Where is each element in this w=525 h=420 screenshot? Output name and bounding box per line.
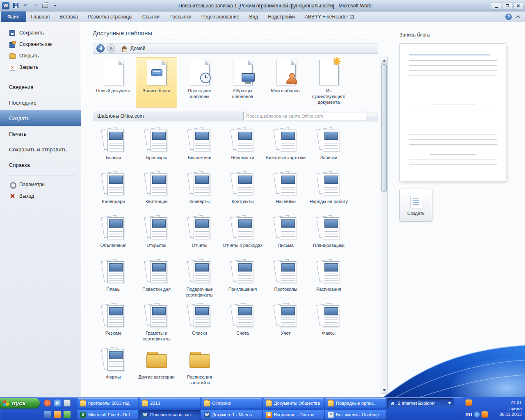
tab-page-layout[interactable]: Разметка страницы (83, 11, 137, 22)
language-indicator[interactable]: RU (466, 412, 472, 417)
taskbar-button-folder[interactable]: Olimpoks (201, 398, 262, 408)
tray-icon-2[interactable] (474, 411, 480, 418)
taskbar-button-excel[interactable]: X Microsoft Excel - Def... (78, 410, 138, 420)
taskbar-button-outlook[interactable]: Входящие - Почтов... (263, 410, 324, 420)
template-category[interactable]: Визитные карточки (265, 126, 306, 169)
menu-open[interactable]: Открыть (0, 50, 81, 62)
template-category[interactable]: Календари (93, 169, 134, 213)
template-category[interactable]: Резюме (93, 301, 134, 345)
taskbar-button-word[interactable]: W Документ1 - Micros... (201, 410, 262, 420)
tab-references[interactable]: Ссылки (137, 11, 164, 22)
template-category[interactable]: Приглашения (222, 257, 263, 301)
menu-info[interactable]: Сведения (0, 79, 81, 95)
taskbar-button-word-active[interactable]: W Пояснительная зап... (139, 410, 200, 420)
scroll-up-button[interactable] (381, 57, 387, 64)
template-category[interactable]: Планировщики (308, 213, 349, 257)
featured-blog-post[interactable]: Запись блога (136, 57, 177, 107)
template-category[interactable]: Бланки (93, 126, 134, 169)
template-category[interactable]: Отчеты (179, 213, 220, 257)
quick-launch-icon-6[interactable] (64, 411, 71, 418)
menu-new[interactable]: Создать (0, 110, 81, 126)
template-category[interactable]: Учет (265, 301, 306, 345)
template-category-folder[interactable]: Расписания занятий и (179, 345, 220, 389)
template-category[interactable]: Расписания (308, 257, 349, 301)
template-category[interactable]: Формы (93, 345, 134, 389)
menu-close[interactable]: Закрыть (0, 62, 81, 73)
template-category[interactable]: Объявления (93, 213, 134, 257)
show-desktop-icon[interactable] (64, 399, 71, 406)
internet-explorer-icon[interactable]: e (54, 399, 61, 406)
featured-sample-templates[interactable]: Образцы шаблонов (222, 57, 263, 107)
template-category[interactable]: Наклейки (265, 169, 306, 213)
featured-my-templates[interactable]: Мои шаблоны (265, 57, 306, 107)
taskbar-button-folder[interactable]: Документы Общества (263, 398, 324, 408)
template-category[interactable]: Открытки (136, 213, 177, 257)
template-category[interactable]: Квитанции (136, 169, 177, 213)
template-category[interactable]: Грамоты и сертификаты (136, 301, 177, 345)
quick-launch-icon-4[interactable] (44, 411, 51, 418)
start-button[interactable]: пуск (0, 398, 40, 409)
create-button[interactable]: Создать (399, 189, 432, 221)
template-category-folder[interactable]: Другие категории (136, 345, 177, 389)
forward-button[interactable] (107, 44, 115, 52)
quick-launch-icon-1[interactable] (44, 399, 51, 406)
back-button[interactable] (96, 44, 105, 52)
taskbar-button-folder[interactable]: протоколы 2013 год (78, 398, 138, 408)
template-category[interactable]: Брошюры (136, 126, 177, 169)
tab-file[interactable]: Файл (1, 11, 26, 22)
save-button[interactable] (11, 2, 20, 9)
menu-print[interactable]: Печать (0, 126, 81, 142)
tray-icon-1[interactable] (466, 399, 472, 406)
print-button[interactable] (41, 2, 49, 9)
undo-button[interactable]: ↶ (21, 2, 30, 9)
minimize-button[interactable] (491, 2, 501, 9)
tab-addins[interactable]: Надстройки (263, 11, 300, 22)
menu-recent[interactable]: Последние (0, 95, 81, 110)
menu-save[interactable]: Сохранить (0, 27, 81, 39)
template-category[interactable]: Письма (265, 213, 306, 257)
tab-abbyy-finereader[interactable]: ABBYY FineReader 11 (300, 11, 360, 22)
template-category[interactable]: Планы (93, 257, 134, 301)
template-category[interactable]: Списки (179, 301, 220, 345)
template-category[interactable]: Счета (222, 301, 263, 345)
tab-home[interactable]: Главная (26, 11, 55, 22)
restore-button[interactable] (502, 2, 512, 9)
tab-mailings[interactable]: Рассылки (164, 11, 196, 22)
featured-from-existing[interactable]: Из существующего документа (308, 57, 349, 107)
qat-customize-button[interactable] (51, 2, 59, 9)
search-go-button[interactable]: → (368, 112, 376, 120)
template-search-input[interactable] (243, 112, 366, 120)
tab-insert[interactable]: Вставка (55, 11, 83, 22)
template-category[interactable]: Факсы (308, 301, 349, 345)
menu-save-as[interactable]: Сохранить как (0, 39, 81, 50)
template-category[interactable]: Ведомости (222, 126, 263, 169)
vertical-scrollbar[interactable] (381, 57, 388, 394)
minimize-ribbon-icon[interactable] (516, 15, 520, 18)
quick-launch-icon-5[interactable] (54, 411, 61, 418)
help-icon[interactable]: ? (505, 14, 512, 20)
template-category[interactable]: Конверты (179, 169, 220, 213)
template-category[interactable]: Отчеты о расходах (222, 213, 263, 257)
taskbar-button-folder[interactable]: Подрядные орган... (325, 398, 386, 408)
template-category[interactable]: Записки (308, 126, 349, 169)
taskbar-button-message[interactable]: Без имени - Сообще... (325, 410, 386, 420)
tab-review[interactable]: Рецензирование (196, 11, 244, 22)
tray-icon-3[interactable] (482, 411, 488, 418)
template-category[interactable]: Протоколы (265, 257, 306, 301)
tab-view[interactable]: Вид (244, 11, 263, 22)
menu-help[interactable]: Справка (0, 157, 81, 173)
template-category[interactable]: Наряды на работу (308, 169, 349, 213)
menu-options[interactable]: Параметры (0, 179, 81, 190)
word-app-icon[interactable]: W (2, 2, 10, 9)
taskbar-button-folder[interactable]: 2013 (139, 398, 200, 408)
featured-new-document[interactable]: Новый документ (93, 57, 134, 107)
redo-button[interactable]: ↷ (31, 2, 39, 9)
scrollbar-thumb[interactable] (381, 64, 387, 192)
home-breadcrumb[interactable]: Домой (121, 46, 146, 52)
scroll-down-button[interactable] (381, 387, 387, 393)
template-category[interactable]: Контракты (222, 169, 263, 213)
taskbar-group-internet-explorer[interactable]: e 2 Internet Explorer (387, 398, 454, 408)
menu-save-and-send[interactable]: Сохранить и отправить (0, 142, 81, 157)
template-category[interactable]: Подарочные сертификаты (179, 257, 220, 301)
template-category[interactable]: Бюллетени (179, 126, 220, 169)
